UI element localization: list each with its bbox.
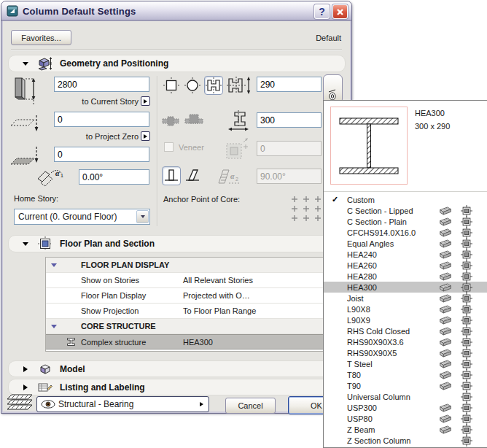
title-bar[interactable]: Column Default Settings ? (1, 1, 351, 21)
bottom-offset-input[interactable] (54, 147, 149, 162)
beam-usage-icon (435, 370, 456, 380)
profile-list-item[interactable]: ✓ Z Beam (324, 424, 487, 435)
table-row[interactable]: Show Projection To Floor Plan Range (46, 304, 345, 319)
profile-name: Z Section Column (347, 436, 435, 445)
column-default-settings-dialog: Column Default Settings ? Favorites... D… (1, 1, 352, 414)
profile-name: Equal Angles (347, 239, 435, 248)
profile-complex-button[interactable] (204, 76, 223, 95)
profile-list-item[interactable]: ✓ T80 (324, 369, 487, 380)
profile-name: RHS Cold Closed (347, 327, 435, 336)
profile-list-item[interactable]: ✓ Equal Angles (324, 238, 487, 249)
chevron-down-icon (20, 62, 31, 66)
svg-text:α: α (55, 169, 60, 177)
top-link-flyout-button[interactable] (141, 96, 150, 106)
profile-list-item[interactable]: ✓ T90 (324, 380, 487, 391)
profile-name: T90 (347, 382, 435, 390)
profile-name: C Section - Plain (347, 217, 435, 226)
profile-rect-button[interactable] (162, 76, 181, 95)
beam-usage-icon (435, 271, 456, 282)
core-depth-input[interactable] (257, 112, 322, 128)
slant-angle-input[interactable] (257, 169, 322, 184)
profile-flyout-button[interactable] (323, 74, 343, 104)
profile-name: T80 (347, 371, 435, 379)
slanted-column-button[interactable] (183, 166, 202, 185)
profile-list-item[interactable]: ✓ USP80 (324, 413, 487, 424)
table-group-row[interactable]: FLOOR PLAN DISPLAY (46, 258, 345, 273)
column-usage-icon (456, 249, 477, 260)
listing-section-header[interactable]: Listing and Labeling (8, 379, 346, 395)
column-height-input[interactable] (54, 77, 149, 92)
veneer-thickness-input[interactable] (257, 141, 322, 156)
profile-list-item[interactable]: ✓ RHS90X90X3.6 (324, 336, 487, 347)
column-usage-icon (456, 413, 477, 425)
layer-select[interactable]: Structural - Bearing (36, 396, 209, 412)
profile-list-item[interactable]: ✓ USP300 (324, 402, 487, 413)
profile-list-item[interactable]: ✓ HEA280 (324, 271, 487, 282)
table-group-row[interactable]: CORE STRUCTURE (46, 319, 345, 334)
profile-list-item[interactable]: ✓ HEA260 (324, 260, 487, 271)
beam-usage-icon (435, 282, 456, 293)
close-icon (336, 8, 344, 16)
bottom-link-flyout-button[interactable] (141, 131, 150, 141)
profile-circle-button[interactable] (183, 76, 202, 95)
profile-list-item[interactable]: ✓ Joist (324, 293, 487, 304)
model-section-header[interactable]: Model (8, 360, 346, 377)
preview-profile-size: 300 x 290 (415, 122, 450, 131)
profile-name: HEA280 (347, 272, 435, 281)
profile-list-item[interactable]: ✓ C Section - Lipped (324, 205, 487, 216)
profile-list-item[interactable]: ✓ HEA300 (324, 282, 487, 293)
collapse-triangle-icon[interactable] (46, 263, 62, 267)
profile-name: HEA240 (347, 250, 435, 259)
profile-list-item[interactable]: ✓ RHS Cold Closed (324, 325, 487, 336)
profile-list-item[interactable]: ✓ L90X9 (324, 314, 487, 325)
collapse-triangle-icon[interactable] (46, 325, 62, 328)
anchor-point-grid[interactable] (290, 196, 322, 225)
profile-list-item[interactable]: ✓ RHS90X90X5 (324, 347, 487, 358)
setting-name: Show on Stories (79, 276, 183, 285)
table-row[interactable]: Show on Stories All Relevant Stories (46, 273, 345, 288)
profile-list-item[interactable]: ✓ Z Section Column (324, 435, 487, 446)
wrap-method-icons (162, 113, 204, 129)
column-usage-icon (456, 402, 477, 414)
svg-text:2: 2 (235, 177, 238, 182)
column-usage-icon (456, 380, 477, 392)
core-width-input[interactable] (257, 77, 322, 92)
top-elevation-input[interactable] (54, 112, 149, 127)
core-width-icon (227, 75, 253, 96)
column-usage-icon (456, 358, 477, 370)
beam-usage-icon (435, 337, 456, 347)
layer-value: Structural - Bearing (55, 399, 200, 409)
floorplan-section-header[interactable]: Floor Plan and Section (8, 235, 346, 252)
profile-list-item[interactable]: ✓ Universal Column (324, 391, 487, 402)
rotation-angle-input[interactable] (79, 169, 149, 185)
profile-list-item[interactable]: ✓ CFCHS914.0X16.0 (324, 227, 487, 238)
cancel-button[interactable]: Cancel (225, 398, 276, 414)
eye-icon (41, 400, 55, 409)
profile-list-item[interactable]: ✓ C Section - Plain (324, 216, 487, 227)
profile-list-item[interactable]: ✓ HEA240 (324, 249, 487, 260)
profile-list-item[interactable]: ✓ Custom (324, 194, 487, 205)
profile-list-item[interactable]: ✓ L90X8 (324, 304, 487, 314)
profile-name: USP300 (347, 403, 435, 412)
bottom-elevation-icon (9, 145, 42, 167)
column-usage-icon (456, 336, 477, 348)
chevron-right-icon (20, 385, 31, 390)
table-row[interactable]: Floor Plan Display Projected with O… (46, 288, 345, 304)
vertical-column-button[interactable] (162, 166, 181, 185)
beam-usage-icon (435, 359, 456, 369)
group-label: FLOOR PLAN DISPLAY (79, 260, 169, 269)
close-button[interactable] (332, 4, 348, 19)
setting-value: HEA300 (183, 338, 323, 347)
help-button[interactable]: ? (314, 4, 330, 19)
model-icon (37, 363, 53, 375)
profile-name: HEA260 (347, 261, 435, 270)
column-usage-icon (456, 314, 477, 326)
geometry-section-header[interactable]: Geometry and Positioning (8, 55, 346, 72)
floorplan-section-title: Floor Plan and Section (60, 239, 155, 249)
veneer-checkbox[interactable] (164, 142, 174, 152)
table-row-selected[interactable]: Complex structure HEA300 (46, 334, 345, 349)
home-story-select[interactable]: Current (0. Ground Floor) (14, 209, 150, 225)
profile-list-item[interactable]: ✓ T Steel (324, 358, 487, 369)
bottom-link-label: to Project Zero (86, 132, 139, 141)
favorites-button[interactable]: Favorites... (11, 30, 71, 45)
